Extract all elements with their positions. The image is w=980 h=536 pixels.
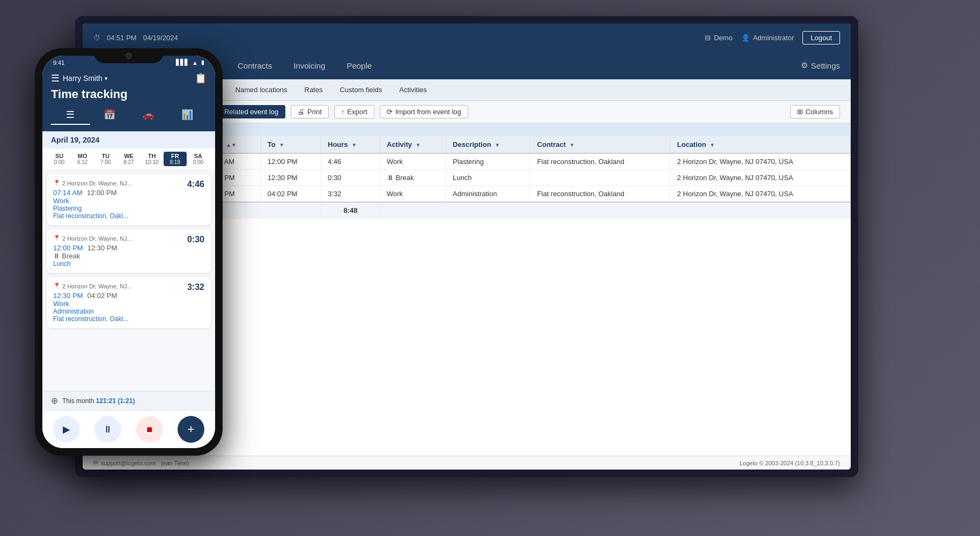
- subnav-rates[interactable]: Rates: [297, 84, 330, 96]
- phone-footer-bar: ⊕ This month 121:21 (1:21): [42, 391, 215, 410]
- phone-menu-icon[interactable]: ☰: [51, 72, 60, 84]
- phone-nav-list[interactable]: ☰: [51, 106, 90, 125]
- entry-location: 📍 2 Horizon Dr, Wayne, NJ...: [53, 282, 132, 289]
- add-button[interactable]: +: [178, 416, 204, 443]
- battery-icon: ▮: [201, 59, 204, 66]
- phone-day-cell[interactable]: SA0:00: [187, 152, 210, 166]
- col-location[interactable]: Location ▼: [670, 136, 851, 153]
- phone-entry[interactable]: 📍 2 Horizon Dr, Wayne, NJ... 12:00 PM 12…: [47, 229, 211, 273]
- cell-hours: 4:46: [321, 153, 380, 170]
- footer-copyright: Logeto © 2003-2024 (10.3.8_10.3.0.7): [740, 460, 840, 466]
- gear-icon: ⚙: [801, 61, 808, 70]
- entry-time-start: 12:00 PM: [53, 244, 83, 252]
- phone-day-cell[interactable]: FR8:18: [164, 152, 187, 166]
- columns-icon: ⊞: [797, 108, 803, 116]
- subnav-custom-fields[interactable]: Custom fields: [332, 84, 389, 96]
- header-date: 04/19/2024: [143, 34, 178, 42]
- phone-date-header: April 19, 2024: [42, 131, 215, 148]
- cell-description: Lunch: [446, 170, 530, 186]
- cell-contract: Flat reconstruction, Oakland: [530, 186, 670, 203]
- phone-day-cell[interactable]: TU7:00: [94, 152, 117, 166]
- entry-time-end: 12:30 PM: [87, 244, 117, 252]
- play-button[interactable]: ▶: [53, 416, 80, 443]
- stop-button[interactable]: ■: [136, 416, 163, 443]
- nav-contracts[interactable]: Contracts: [228, 57, 282, 75]
- chevron-down-icon: ▾: [105, 75, 108, 82]
- phone-entry[interactable]: 📍 2 Horizon Dr, Wayne, NJ... 12:30 PM 04…: [47, 277, 211, 328]
- cell-to: 04:02 PM: [261, 186, 321, 203]
- phone-day-cell[interactable]: WE8:27: [117, 152, 140, 166]
- user-icon: 👤: [741, 34, 750, 42]
- entry-hours: 0:30: [187, 235, 204, 244]
- nav-people[interactable]: People: [337, 57, 381, 75]
- phone-nav-chart[interactable]: 📊: [168, 106, 207, 125]
- wifi-icon: ▲: [192, 59, 198, 66]
- cell-activity: Work: [380, 186, 446, 203]
- subnav-activities[interactable]: Activities: [392, 84, 434, 96]
- related-event-log-button[interactable]: Related event log: [217, 105, 285, 118]
- cell-description: Administration: [446, 186, 530, 203]
- cell-to: 12:00 PM: [261, 153, 321, 170]
- phone-nav-calendar[interactable]: 📅: [90, 106, 129, 125]
- copy-icon: ⊕: [51, 396, 58, 406]
- demo-badge: ⊟ Demo: [705, 34, 733, 42]
- columns-button[interactable]: ⊞ Columns: [790, 105, 840, 118]
- export-icon: ↑: [341, 108, 345, 116]
- phone-week-row: SU0:00MO6:12TU7:00WE8:27TH10:10FR8:18SA0…: [42, 148, 215, 170]
- phone-user-name[interactable]: Harry Smith ▾: [63, 74, 108, 83]
- nav-settings[interactable]: ⚙ Settings: [801, 61, 840, 70]
- phone-day-cell[interactable]: TH10:10: [141, 152, 164, 166]
- col-activity[interactable]: Activity ▼: [380, 136, 446, 153]
- print-button[interactable]: 🖨 Print: [291, 105, 329, 118]
- entry-time-start: 12:30 PM: [53, 292, 83, 300]
- cell-to: 12:30 PM: [261, 170, 321, 186]
- clock-icon: ⏱: [93, 34, 100, 42]
- phone-day-cell[interactable]: MO6:12: [71, 152, 94, 166]
- phone-control-bar: ▶ ⏸ ■ +: [42, 410, 215, 448]
- export-button[interactable]: ↑ Export: [334, 105, 374, 118]
- subnav-named-locations[interactable]: Named locations: [228, 84, 295, 96]
- phone-month-text: This month 121:21 (1:21): [62, 397, 135, 405]
- signal-icon: ▋▋▋: [176, 59, 189, 66]
- cell-hours: 3:32: [321, 186, 380, 203]
- col-to[interactable]: To ▼: [261, 136, 321, 153]
- footer-email-icon: ✉: [93, 459, 98, 466]
- cell-contract: [530, 170, 670, 186]
- col-hours[interactable]: Hours ▼: [321, 136, 380, 153]
- phone-header: ☰ Harry Smith ▾ 📋 Time tracking ☰ 📅 🚗: [42, 68, 215, 131]
- phone-nav-car[interactable]: 🚗: [129, 106, 168, 125]
- phone-camera: [126, 53, 132, 59]
- pause-button[interactable]: ⏸: [94, 416, 121, 443]
- cell-contract: Flat reconstruction, Oakland: [530, 153, 670, 170]
- cell-location: 2 Horizon Dr, Wayne, NJ 07470, USA: [670, 186, 851, 203]
- footer-email: support@logeto.com: [101, 460, 156, 466]
- app-header: ⏱ 04:51 PM 04/19/2024 ⊟ Demo 👤 Administr…: [83, 24, 851, 51]
- app-footer: ✉ support@logeto.com (ean Time) Logeto ©…: [83, 456, 851, 470]
- entry-activity: Work: [53, 300, 132, 308]
- cell-location: 2 Horizon Dr, Wayne, NJ 07470, USA: [670, 153, 851, 170]
- import-button[interactable]: ⟳ Import from event log: [380, 105, 468, 118]
- phone-title: Time tracking: [51, 87, 207, 101]
- nav-invoicing[interactable]: Invoicing: [284, 57, 335, 75]
- entry-desc: Administration: [53, 308, 132, 315]
- cell-description: Plastering: [446, 153, 530, 170]
- col-contract[interactable]: Contract ▼: [530, 136, 670, 153]
- admin-badge: 👤 Administrator: [741, 34, 794, 42]
- entry-time-end: 12:00 PM: [87, 189, 117, 197]
- total-hours: 8:48: [321, 202, 380, 219]
- cell-hours: 0:30: [321, 170, 380, 186]
- footer-timezone: (ean Time): [161, 460, 189, 466]
- print-icon: 🖨: [298, 108, 305, 116]
- cell-activity: Work: [380, 153, 446, 170]
- phone-day-cell[interactable]: SU0:00: [48, 152, 71, 166]
- entry-location: 📍 2 Horizon Dr, Wayne, NJ...: [53, 180, 132, 187]
- phone-entry[interactable]: 📍 2 Horizon Dr, Wayne, NJ... 07:14 AM 12…: [47, 174, 211, 225]
- entry-activity: Work: [53, 197, 132, 205]
- logout-button[interactable]: Logout: [802, 31, 840, 44]
- entry-hours: 4:46: [187, 180, 204, 189]
- phone-clipboard-icon[interactable]: 📋: [195, 72, 207, 84]
- col-description[interactable]: Description ▼: [446, 136, 530, 153]
- phone-time: 9:41: [53, 59, 64, 66]
- entry-time-end: 04:02 PM: [87, 292, 117, 300]
- cell-location: 2 Horizon Dr, Wayne, NJ 07470, USA: [670, 170, 851, 186]
